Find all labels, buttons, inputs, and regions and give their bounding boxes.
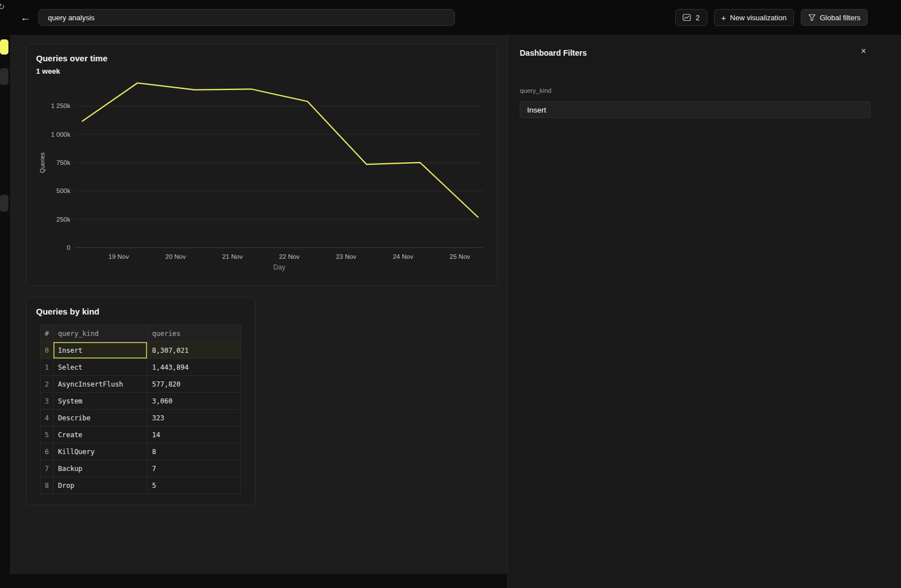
svg-text:Day: Day xyxy=(273,263,285,271)
queries-by-kind-table: #query_kindqueries 0Insert8,307,0211Sele… xyxy=(40,325,241,494)
svg-text:0: 0 xyxy=(67,244,70,251)
query-kind-cell[interactable]: KillQuery xyxy=(53,443,148,460)
row-index: 8 xyxy=(41,477,53,494)
svg-text:24 Nov: 24 Nov xyxy=(392,253,413,260)
global-filters-button[interactable]: Global filters xyxy=(801,9,868,26)
query-kind-cell[interactable]: System xyxy=(53,393,148,410)
query-kind-cell[interactable]: Drop xyxy=(53,477,148,494)
table-row[interactable]: 7Backup7 xyxy=(41,460,241,477)
dashboard-canvas: Queries over time 1 week 0250k500k750k1 … xyxy=(10,35,507,574)
visualization-count: 2 xyxy=(695,14,699,22)
svg-text:19 Nov: 19 Nov xyxy=(109,253,130,260)
global-filters-label: Global filters xyxy=(820,14,860,22)
queries-by-kind-card: Queries by kind #query_kindqueries 0Inse… xyxy=(26,297,256,505)
table-header-row: #query_kindqueries xyxy=(41,325,241,342)
query-kind-cell[interactable]: Create xyxy=(53,427,148,443)
query-kind-cell[interactable]: Select xyxy=(53,359,148,376)
queries-value-cell[interactable]: 1,443,894 xyxy=(148,359,241,376)
row-index: 6 xyxy=(41,443,53,460)
plus-icon: + xyxy=(721,14,726,22)
table-row[interactable]: 6KillQuery8 xyxy=(41,443,241,460)
queries-value-cell[interactable]: 14 xyxy=(148,427,241,443)
svg-text:22 Nov: 22 Nov xyxy=(279,253,300,260)
row-index: 5 xyxy=(41,427,53,443)
queries-over-time-card: Queries over time 1 week 0250k500k750k1 … xyxy=(26,44,497,286)
back-arrow-icon[interactable]: ← xyxy=(20,12,30,23)
sidebar-item-1[interactable] xyxy=(0,68,8,85)
row-index: 7 xyxy=(41,460,53,477)
query-kind-cell[interactable]: Insert xyxy=(53,342,148,359)
queries-value-cell[interactable]: 577,820 xyxy=(148,376,241,393)
sidebar-item-2[interactable] xyxy=(0,195,8,212)
svg-text:21 Nov: 21 Nov xyxy=(222,253,243,260)
table-row[interactable]: 1Select1,443,894 xyxy=(41,359,241,376)
topbar: ← 2 + New visualization Global filters xyxy=(0,0,901,35)
query-kind-cell[interactable]: Describe xyxy=(53,410,148,427)
queries-value-cell[interactable]: 5 xyxy=(148,477,241,494)
svg-text:1 000k: 1 000k xyxy=(51,131,70,138)
svg-text:20 Nov: 20 Nov xyxy=(166,253,186,260)
topbar-actions: 2 + New visualization Global filters xyxy=(675,9,868,26)
svg-text:500k: 500k xyxy=(56,187,70,194)
new-visualization-label: New visualization xyxy=(730,14,786,22)
row-index: 4 xyxy=(41,410,53,427)
table-title: Queries by kind xyxy=(36,307,255,316)
table-row[interactable]: 3System3,060 xyxy=(41,393,241,410)
query-kind-cell[interactable]: Backup xyxy=(53,460,148,477)
svg-text:1 250k: 1 250k xyxy=(51,102,70,109)
visualization-count-button[interactable]: 2 xyxy=(675,9,707,26)
table-row[interactable]: 0Insert8,307,021 xyxy=(41,342,241,359)
chart-subtitle: 1 week xyxy=(36,67,497,75)
table-wrap: #query_kindqueries 0Insert8,307,0211Sele… xyxy=(40,325,255,494)
svg-text:250k: 250k xyxy=(56,216,70,223)
table-row[interactable]: 2AsyncInsertFlush577,820 xyxy=(41,376,241,393)
svg-text:750k: 750k xyxy=(56,159,70,166)
visualizations-icon xyxy=(683,14,692,21)
queries-value-cell[interactable]: 8,307,021 xyxy=(148,342,241,359)
table-column-header[interactable]: query_kind xyxy=(53,325,148,342)
table-row[interactable]: 5Create14 xyxy=(41,427,241,443)
sidebar-item-active[interactable] xyxy=(0,39,8,55)
row-index: 1 xyxy=(41,359,53,376)
refresh-icon[interactable]: ↻ xyxy=(0,2,5,12)
table-column-header[interactable]: # xyxy=(41,325,53,342)
left-rail xyxy=(0,35,10,588)
queries-value-cell[interactable]: 7 xyxy=(148,460,241,477)
dashboard-filters-panel: Dashboard Filters × query_kind xyxy=(507,35,901,588)
query-kind-cell[interactable]: AsyncInsertFlush xyxy=(53,376,148,393)
queries-value-cell[interactable]: 323 xyxy=(148,410,241,427)
table-row[interactable]: 8Drop5 xyxy=(41,477,241,494)
svg-text:23 Nov: 23 Nov xyxy=(336,253,356,260)
filter-field-label: query_kind xyxy=(520,87,551,94)
panel-title: Dashboard Filters xyxy=(520,48,587,57)
chart-title: Queries over time xyxy=(36,53,497,63)
funnel-icon xyxy=(808,14,816,21)
queries-over-time-chart: 0250k500k750k1 000k1 250k19 Nov20 Nov21 … xyxy=(26,78,497,276)
row-index: 2 xyxy=(41,376,53,393)
svg-text:25 Nov: 25 Nov xyxy=(449,253,470,260)
new-visualization-button[interactable]: + New visualization xyxy=(714,9,794,26)
queries-value-cell[interactable]: 3,060 xyxy=(148,393,241,410)
table-column-header[interactable]: queries xyxy=(148,325,241,342)
close-icon[interactable]: × xyxy=(861,47,866,56)
dashboard-title-input[interactable] xyxy=(38,9,455,26)
query-kind-filter-input[interactable] xyxy=(520,101,871,118)
queries-value-cell[interactable]: 8 xyxy=(148,443,241,460)
table-row[interactable]: 4Describe323 xyxy=(41,410,241,427)
svg-text:Queries: Queries xyxy=(39,152,46,173)
row-index: 0 xyxy=(41,342,53,359)
row-index: 3 xyxy=(41,393,53,410)
